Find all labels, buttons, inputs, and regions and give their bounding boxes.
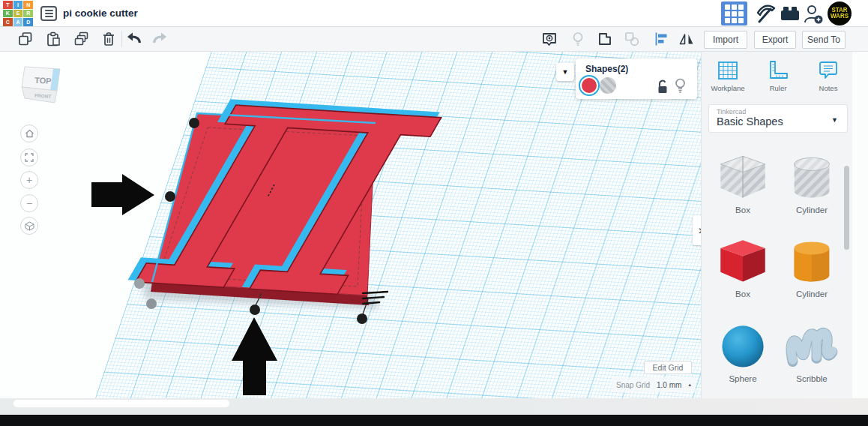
box-red-icon (714, 237, 772, 288)
view-cube[interactable]: TOP FRONT (18, 62, 66, 109)
duplicate-icon[interactable] (73, 31, 90, 47)
group-icon[interactable] (597, 31, 613, 47)
add-person-icon[interactable] (802, 2, 826, 25)
caret-down-icon: ▼ (831, 116, 838, 124)
send-to-button[interactable]: Send To (802, 31, 846, 49)
zoom-out-button[interactable]: − (20, 194, 38, 212)
shapes-panel: Workplane Ruler Notes Tinkercad Basic Sh… (701, 52, 852, 415)
avatar[interactable]: STAR WARS (828, 2, 852, 26)
scene-overlay: π π (0, 52, 701, 415)
toolbar-divider (121, 31, 122, 47)
home-view-button[interactable] (20, 124, 38, 142)
hole-swatch[interactable] (600, 77, 616, 94)
scale-handle[interactable] (189, 118, 199, 128)
ruler-tool[interactable]: Ruler (754, 59, 802, 92)
hide-bulb-icon[interactable] (570, 31, 586, 47)
dashboard-grid-icon[interactable] (721, 2, 747, 26)
snap-grid-control: Snap Grid 1.0 mm ▴ (612, 377, 696, 392)
cylinder-orange-icon (783, 237, 841, 288)
brick-icon[interactable] (778, 2, 802, 25)
corner-handle[interactable] (357, 314, 367, 324)
solid-color-swatch[interactable] (580, 76, 598, 94)
minus-icon: − (26, 197, 32, 209)
pi-object[interactable]: π (97, 52, 489, 378)
library-selected: Basic Shapes (717, 116, 840, 128)
inspector-collapse-caret[interactable]: ▼ (556, 63, 574, 81)
shape-library-dropdown[interactable]: Tinkercad Basic Shapes ▼ (708, 104, 848, 133)
shape-sphere[interactable]: Sphere (711, 322, 775, 383)
zoom-in-button[interactable]: + (20, 171, 38, 189)
scribble-icon (783, 322, 841, 373)
delete-icon[interactable] (100, 31, 117, 47)
unlock-icon[interactable] (657, 79, 669, 95)
library-brand: Tinkercad (717, 108, 840, 116)
align-icon[interactable] (653, 31, 669, 47)
cylinder-hole-icon (783, 153, 841, 204)
box-hole-icon (714, 153, 772, 204)
perspective-icon (25, 221, 34, 231)
import-button[interactable]: Import (704, 31, 747, 49)
shape-box-hole[interactable]: Box (711, 153, 775, 214)
notes-icon (817, 59, 840, 82)
sphere-icon (714, 322, 772, 373)
workplane-tool[interactable]: Workplane (704, 59, 752, 92)
front-handle[interactable] (250, 304, 260, 315)
right-gutter (852, 27, 868, 415)
bottom-black-bar (0, 415, 868, 426)
edit-grid-button[interactable]: Edit Grid (644, 361, 692, 374)
home-icon (25, 129, 34, 138)
workplane-icon (717, 59, 739, 82)
bulb-icon[interactable] (675, 77, 686, 95)
top-bar: TIN KER CAD pi cookie cutter STAR WARS (0, 0, 868, 27)
snap-grid-label: Snap Grid (616, 381, 650, 389)
design-title: pi cookie cutter (63, 8, 138, 19)
panel-scrollbar[interactable] (844, 166, 849, 250)
design-menu-icon[interactable] (40, 6, 57, 21)
edit-toolbar: Import Export Send To (0, 27, 868, 52)
tinkercad-logo[interactable]: TIN KER CAD (3, 1, 33, 26)
minecraft-pickaxe-icon[interactable] (753, 2, 777, 25)
shape-inspector-panel: Shapes(2) (576, 58, 697, 99)
undo-icon[interactable] (126, 31, 142, 47)
export-button[interactable]: Export (754, 31, 796, 49)
shape-cylinder-hole[interactable]: Cylinder (780, 153, 844, 214)
mirror-icon[interactable] (678, 31, 695, 47)
caret-up-icon[interactable]: ▴ (688, 382, 691, 388)
shape-box-solid[interactable]: Box (711, 237, 775, 298)
shape-scribble[interactable]: Scribble (780, 322, 844, 383)
svg-text:TOP: TOP (34, 76, 52, 86)
caret-down-icon: ▼ (562, 68, 569, 76)
scale-handle-rear[interactable] (146, 298, 157, 309)
plus-icon: + (26, 174, 32, 186)
horizontal-scrollbar-thumb[interactable] (13, 400, 229, 407)
notes-tool[interactable]: Notes (804, 59, 852, 92)
fit-view-icon (25, 153, 34, 162)
redo-icon[interactable] (151, 31, 168, 47)
snap-grid-value[interactable]: 1.0 mm (657, 381, 681, 389)
scale-handle-rear[interactable] (134, 278, 145, 289)
perspective-toggle-button[interactable] (20, 217, 38, 235)
side-handle[interactable] (165, 191, 175, 202)
panel-collapse-tab[interactable]: › (693, 215, 701, 245)
paste-icon[interactable] (45, 31, 61, 47)
ungroup-icon[interactable] (624, 31, 640, 47)
show-all-icon[interactable] (541, 31, 558, 47)
3d-viewport[interactable]: π π TOP FRONT (0, 52, 701, 415)
shape-cylinder-solid[interactable]: Cylinder (780, 237, 844, 298)
ruler-icon (767, 59, 789, 82)
inspector-title: Shapes(2) (585, 64, 628, 74)
svg-text:π: π (97, 52, 489, 378)
copy-icon[interactable] (17, 31, 34, 47)
fit-view-button[interactable] (20, 148, 38, 166)
